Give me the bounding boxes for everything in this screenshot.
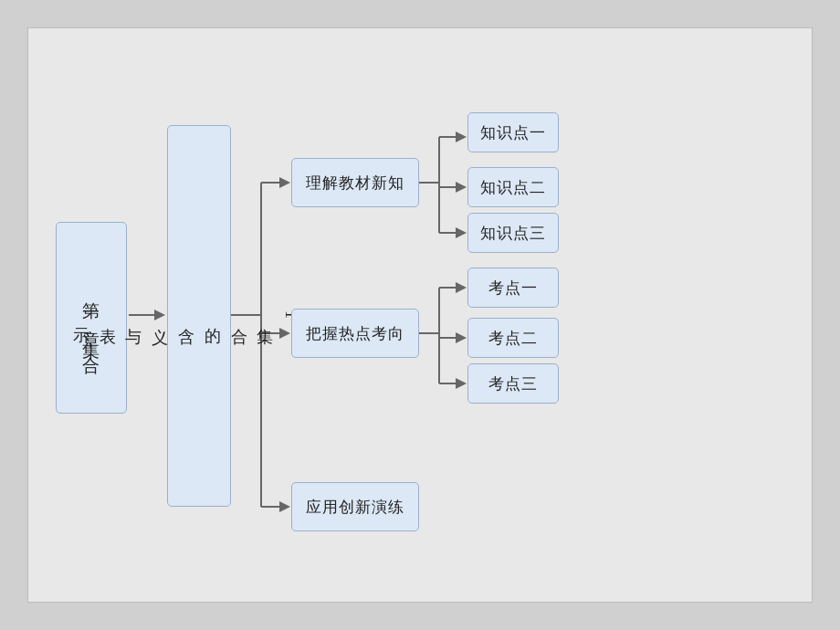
- box-sub2-1: 考点一: [467, 268, 559, 308]
- svg-marker-26: [456, 378, 467, 389]
- box-sub1-1: 知识点一: [467, 112, 559, 152]
- box-section: § 1 集 合 的 含 义 与 表 示: [167, 125, 231, 507]
- svg-marker-24: [456, 332, 467, 343]
- svg-marker-5: [279, 177, 290, 188]
- box-mid3: 应用创新演练: [291, 482, 419, 531]
- svg-marker-22: [456, 282, 467, 293]
- svg-marker-16: [456, 182, 467, 193]
- svg-marker-14: [456, 131, 467, 142]
- diagram-container: 第 一 章 集 合 § 1 集 合 的 含 义 与 表 示 理解教材新知 把握热…: [27, 27, 813, 603]
- box-sub2-2: 考点二: [467, 318, 559, 358]
- box-mid2: 把握热点考向: [291, 309, 419, 358]
- svg-marker-18: [456, 227, 467, 238]
- box-sub1-3: 知识点三: [467, 213, 559, 253]
- svg-marker-7: [279, 328, 290, 339]
- box-sub1-2: 知识点二: [467, 167, 559, 207]
- box-sub2-3: 考点三: [467, 363, 559, 404]
- box-mid1: 理解教材新知: [291, 158, 419, 207]
- diagram-inner: 第 一 章 集 合 § 1 集 合 的 含 义 与 表 示 理解教材新知 把握热…: [56, 50, 784, 580]
- svg-marker-9: [279, 501, 290, 512]
